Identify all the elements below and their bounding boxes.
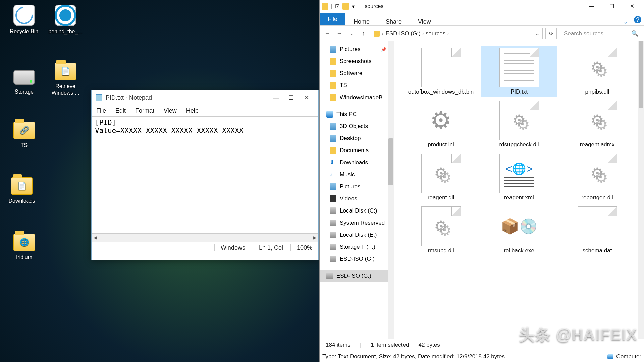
tree-item[interactable]: This PC <box>320 108 394 120</box>
qat-divider: | <box>331 3 332 9</box>
tree-item[interactable]: Videos <box>320 193 394 205</box>
file-label: rollback.exe <box>483 247 555 254</box>
notepad-title-text: PID.txt - Notepad <box>106 94 152 101</box>
desktop-icon-label: behind_the_... <box>47 28 84 35</box>
qat-checkbox-icon[interactable]: ☑ <box>335 3 340 10</box>
tree-item-label: System Reserved <box>340 220 385 226</box>
minimize-button[interactable]: — <box>582 0 602 13</box>
ribbon-tab-file[interactable]: File <box>320 13 345 25</box>
address-dropdown-icon[interactable]: ⌄ <box>535 30 540 37</box>
tree-item[interactable]: ♪Music <box>320 169 394 181</box>
desktop-icon-downloads[interactable]: 📄Downloads <box>3 174 40 204</box>
ti-pic-icon <box>330 135 336 142</box>
tree-item[interactable]: ⬇Downloads <box>320 157 394 169</box>
file-item[interactable]: rdsupgcheck.dll <box>481 99 557 150</box>
qat-dropdown-icon[interactable]: ▾ <box>352 3 355 10</box>
files-scrollbar[interactable] <box>638 41 644 339</box>
folder-icon <box>322 3 328 10</box>
desktop-wallpaper: Recycle Binbehind_the_...Storage📄Retriev… <box>0 0 644 362</box>
tree-item[interactable]: Storage F (F:) <box>320 241 394 253</box>
computer-icon <box>607 354 613 359</box>
file-item[interactable]: reagent.admx <box>559 99 635 150</box>
tree-item[interactable]: Desktop <box>320 132 394 144</box>
tree-item[interactable]: Screenshots <box>320 55 394 67</box>
ti-pc-icon <box>326 111 333 118</box>
file-item[interactable]: product.ini <box>403 99 479 150</box>
ti-folder-icon <box>330 147 336 154</box>
nav-up-button[interactable]: ↑ <box>359 28 369 39</box>
desktop-icon-storage[interactable]: Storage <box>6 65 43 95</box>
file-item[interactable]: schema.dat <box>559 205 635 256</box>
pin-icon: 📌 <box>381 47 386 52</box>
notepad-icon <box>96 94 102 101</box>
file-label: product.ini <box>405 141 477 148</box>
tree-item[interactable]: System Reserved <box>320 217 394 229</box>
tree-item[interactable]: 3D Objects <box>320 120 394 132</box>
ti-disk-icon <box>330 256 336 262</box>
breadcrumb[interactable]: ESD-ISO (G:) <box>386 30 421 37</box>
status-selection: 1 item selected <box>371 342 409 348</box>
desktop-icon-iridium[interactable]: 🌐Iridium <box>6 231 43 260</box>
ribbon-expand-icon[interactable]: ⌄ <box>620 18 631 25</box>
tree-item[interactable]: TS <box>320 79 394 92</box>
explorer-titlebar[interactable]: | ☑ ▾ | sources — ☐ ✕ <box>320 0 644 13</box>
tree-item[interactable]: Local Disk (C:) <box>320 205 394 217</box>
tree-item[interactable]: Documents <box>320 144 394 157</box>
tree-item[interactable]: Pictures <box>320 181 394 193</box>
file-label: reportgen.dll <box>561 194 634 201</box>
address-bar[interactable]: › ESD-ISO (G:) › sources › ⌄ <box>371 28 543 39</box>
menu-view[interactable]: View <box>164 107 177 114</box>
minimize-button[interactable]: — <box>268 94 283 101</box>
maximize-button[interactable]: ☐ <box>602 0 622 13</box>
nav-back-button[interactable]: ← <box>322 28 332 39</box>
file-item[interactable]: reagent.dll <box>403 152 479 203</box>
file-item[interactable]: reagent.xml <box>481 152 557 203</box>
ti-disk-icon <box>330 244 336 250</box>
tree-item[interactable]: WindowsImageB <box>320 92 394 104</box>
horizontal-scrollbar[interactable]: ◀▶ <box>92 234 318 242</box>
file-item[interactable]: rmsupg.dll <box>403 205 479 256</box>
tree-item-label: This PC <box>336 111 357 118</box>
tree-item[interactable]: Pictures📌 <box>320 43 394 55</box>
help-icon[interactable]: ? <box>634 16 641 23</box>
close-button[interactable]: ✕ <box>299 94 314 101</box>
file-item[interactable]: PID.txt <box>481 46 557 97</box>
desktop-icon-behind-the[interactable]: behind_the_... <box>47 5 84 35</box>
maximize-button[interactable]: ☐ <box>283 94 299 101</box>
desktop-icon-retrieve-windows[interactable]: 📄Retrieve Windows ... <box>47 60 84 96</box>
search-box[interactable]: Search sources 🔍 <box>561 28 641 39</box>
tree-item-label: WindowsImageB <box>340 94 383 101</box>
file-item[interactable]: reportgen.dll <box>559 152 635 203</box>
tree-scrollbar[interactable] <box>388 41 394 339</box>
file-item[interactable]: pnpibs.dll <box>559 46 635 97</box>
tree-item[interactable]: Software <box>320 67 394 79</box>
refresh-button[interactable]: ⟳ <box>545 28 557 39</box>
desktop-icon-ts[interactable]: 🔗TS <box>6 119 43 148</box>
file-item[interactable]: outofbox_windows_db.bin <box>403 46 479 97</box>
notepad-titlebar[interactable]: PID.txt - Notepad — ☐ ✕ <box>92 90 318 105</box>
menu-help[interactable]: Help <box>186 107 199 114</box>
tree-item[interactable]: ESD-ISO (G:) <box>320 253 394 265</box>
quick-access-toolbar: | ☑ ▾ <box>322 3 355 10</box>
file-item[interactable]: rollback.exe <box>481 205 557 256</box>
tree-item[interactable]: ESD-ISO (G:) <box>320 270 394 282</box>
tree-item[interactable]: Local Disk (E:) <box>320 229 394 241</box>
ti-folder-icon <box>330 70 336 77</box>
breadcrumb[interactable]: sources <box>426 30 446 37</box>
desktop-icon-recycle-bin[interactable]: Recycle Bin <box>6 5 43 35</box>
menu-file[interactable]: File <box>96 107 106 114</box>
menu-edit[interactable]: Edit <box>115 107 126 114</box>
file-pane[interactable]: outofbox_windows_db.binPID.txtpnpibs.dll… <box>394 41 644 339</box>
file-type-txt-icon <box>499 48 539 87</box>
details-bar: Type: Text Document, Size: 42 bytes, Dat… <box>320 351 644 362</box>
menu-format[interactable]: Format <box>135 107 154 114</box>
nav-forward-button[interactable]: → <box>334 28 344 39</box>
navigation-tree[interactable]: Pictures📌ScreenshotsSoftwareTSWindowsIma… <box>320 41 394 339</box>
notepad-text-area[interactable]: [PID] Value=XXXXX-XXXXX-XXXXX-XXXXX-XXXX… <box>92 116 318 234</box>
file-label: rdsupgcheck.dll <box>483 141 555 148</box>
ti-pic-icon <box>330 46 336 53</box>
close-button[interactable]: ✕ <box>622 0 642 13</box>
nav-recent-button[interactable]: ⌄ <box>346 28 357 39</box>
nav-toolbar: ← → ⌄ ↑ › ESD-ISO (G:) › sources › ⌄ ⟳ S… <box>320 26 644 41</box>
status-zoom: 100% <box>290 244 312 251</box>
